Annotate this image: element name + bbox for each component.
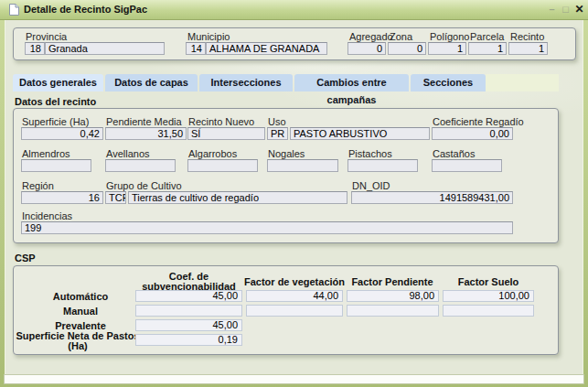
csp-manual-suelo-field[interactable]	[443, 305, 534, 317]
csp-row-label-superficie-neta: Superficie Neta de Pastos (Ha)	[13, 331, 143, 351]
recinto-label: Recinto	[510, 31, 544, 42]
sigpac-detail-window: Detalle de Recinto SigPac – □ ✕ Provinci…	[0, 0, 588, 387]
minimize-button[interactable]: –	[546, 3, 558, 16]
csp-automatico-coef-field[interactable]: 45,00	[135, 290, 242, 302]
datos-recinto-section-title: Datos del recinto	[15, 96, 96, 107]
csp-superficie-neta-field[interactable]: 0,19	[135, 334, 242, 346]
superficie-label: Superficie (Ha)	[22, 116, 89, 127]
municipio-label: Municipio	[187, 31, 230, 42]
almendros-label: Almendros	[22, 148, 70, 159]
pistachos-label: Pistachos	[348, 148, 392, 159]
almendros-field[interactable]	[21, 159, 91, 172]
maximize-button[interactable]: □	[560, 3, 572, 16]
superficie-field[interactable]: 0,42	[21, 127, 103, 140]
recinto-nuevo-label: Recinto Nuevo	[188, 116, 254, 127]
csp-manual-pendiente-field[interactable]	[347, 305, 439, 317]
status-bar	[4, 374, 584, 384]
close-button[interactable]: ✕	[573, 3, 585, 16]
agregado-label: Agregado	[349, 31, 393, 42]
csp-col-factor-suelo: Factor Suelo	[429, 277, 548, 287]
region-field[interactable]: 16	[21, 191, 103, 204]
tab-intersecciones[interactable]: Intersecciones	[199, 74, 293, 91]
uso-label: Uso	[268, 116, 286, 127]
window-title: Detalle de Recinto SigPac	[24, 4, 147, 15]
poligono-field[interactable]: 1	[428, 42, 466, 55]
incidencias-label: Incidencias	[22, 210, 72, 221]
avellanos-field[interactable]	[105, 159, 176, 172]
poligono-label: Polígono	[430, 31, 469, 42]
municipio-code-field[interactable]: 14	[186, 42, 206, 55]
provincia-name-field[interactable]: Granada	[45, 42, 165, 55]
provincia-label: Provincia	[26, 31, 67, 42]
zona-label: Zona	[390, 31, 412, 42]
zona-field[interactable]: 0	[388, 42, 426, 55]
document-icon	[8, 3, 20, 18]
tab-datos-de-capas[interactable]: Datos de capas	[105, 74, 198, 91]
dn-oid-field[interactable]: 1491589431,00	[351, 191, 513, 204]
csp-automatico-pendiente-field[interactable]: 98,00	[347, 290, 439, 302]
csp-col-coef-subvencionabilidad: Coef. de subvencionabilidad	[138, 272, 240, 292]
avellanos-label: Avellanos	[106, 148, 150, 159]
nogales-field[interactable]	[267, 159, 338, 172]
pendiente-media-label: Pendiente Media	[106, 116, 182, 127]
grupo-cultivo-code-field[interactable]: TCR	[105, 191, 126, 204]
castanos-label: Castaños	[433, 148, 475, 159]
csp-row-label-automatico: Automático	[18, 292, 143, 302]
csp-automatico-suelo-field[interactable]: 100,00	[443, 290, 534, 302]
title-bar[interactable]: Detalle de Recinto SigPac – □ ✕	[0, 0, 588, 20]
region-label: Región	[22, 180, 54, 191]
uso-code-field[interactable]: PR	[267, 127, 288, 140]
tab-cambios-entre-campanas[interactable]: Cambios entre campañas	[294, 74, 409, 91]
csp-section-title: CSP	[15, 253, 36, 263]
tab-strip-filler	[486, 74, 559, 91]
municipio-name-field[interactable]: ALHAMA DE GRANADA	[206, 42, 327, 55]
csp-prevalente-coef-field[interactable]: 45,00	[135, 319, 242, 331]
provincia-code-field[interactable]: 18	[25, 42, 45, 55]
tab-secciones[interactable]: Secciones	[411, 74, 486, 91]
parcela-field[interactable]: 1	[468, 42, 507, 55]
recinto-field[interactable]: 1	[508, 42, 548, 55]
csp-manual-vegetacion-field[interactable]	[246, 305, 343, 317]
csp-manual-coef-field[interactable]	[135, 305, 242, 317]
tab-datos-generales[interactable]: Datos generales	[13, 74, 103, 91]
dn-oid-label: DN_OID	[352, 180, 390, 191]
grupo-cultivo-desc-field[interactable]: Tierras de cultivo de regadío	[128, 191, 347, 204]
csp-row-label-manual: Manual	[18, 306, 143, 317]
grupo-cultivo-label: Grupo de Cultivo	[106, 180, 182, 191]
recinto-nuevo-field[interactable]: SÍ	[187, 127, 265, 140]
uso-desc-field[interactable]: PASTO ARBUSTIVO	[290, 127, 430, 140]
incidencias-field[interactable]: 199	[21, 221, 513, 234]
castanos-field[interactable]	[432, 159, 502, 172]
coeficiente-regadio-label: Coeficiente Regadío	[433, 116, 524, 127]
nogales-label: Nogales	[268, 148, 305, 159]
coeficiente-regadio-field[interactable]: 0,00	[432, 127, 513, 140]
agregado-field[interactable]: 0	[347, 42, 386, 55]
pistachos-field[interactable]	[347, 159, 418, 172]
csp-automatico-vegetacion-field[interactable]: 44,00	[246, 290, 343, 302]
algarrobos-field[interactable]	[187, 159, 258, 172]
parcela-label: Parcela	[470, 31, 504, 42]
algarrobos-label: Algarrobos	[188, 148, 237, 159]
pendiente-media-field[interactable]: 31,50	[105, 127, 187, 140]
